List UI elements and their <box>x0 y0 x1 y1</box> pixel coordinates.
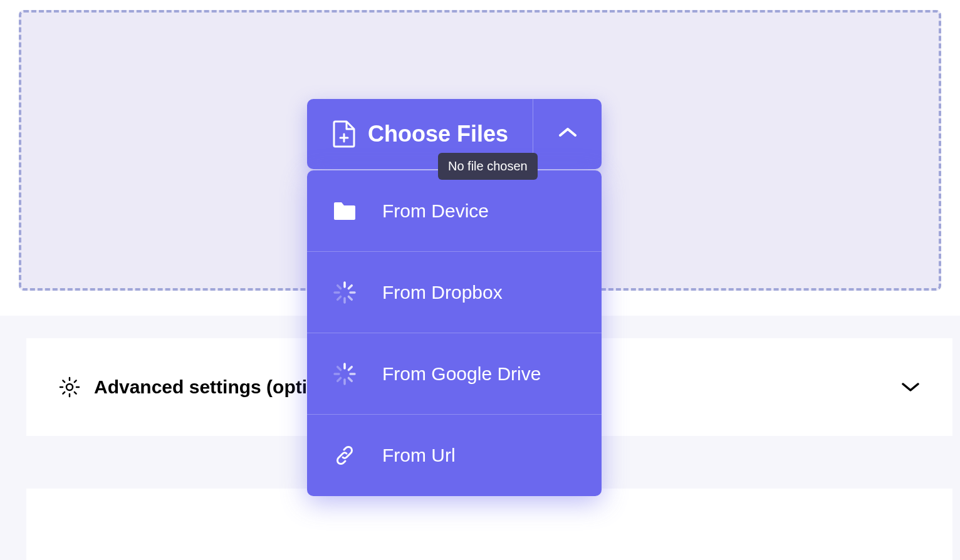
svg-point-16 <box>66 384 73 390</box>
svg-line-3 <box>348 296 352 299</box>
svg-line-7 <box>338 285 341 288</box>
svg-line-13 <box>338 378 341 381</box>
svg-line-11 <box>348 378 352 381</box>
svg-line-1 <box>348 285 352 288</box>
chevron-up-icon <box>559 128 577 140</box>
file-source-picker: Choose Files No file chosen From Device <box>307 99 602 496</box>
source-label: From Dropbox <box>382 282 503 303</box>
file-status-tooltip: No file chosen <box>438 153 538 180</box>
source-label: From Google Drive <box>382 363 541 385</box>
source-dropdown: From Device From Dropbox <box>307 170 602 496</box>
file-add-icon <box>331 119 357 149</box>
toggle-sources-button[interactable] <box>533 99 602 169</box>
svg-line-5 <box>338 296 341 299</box>
svg-line-9 <box>348 366 352 370</box>
source-label: From Device <box>382 200 489 222</box>
gear-icon <box>59 376 80 398</box>
link-icon <box>332 443 357 468</box>
spinner-icon <box>332 361 357 386</box>
bottom-panel <box>26 489 952 560</box>
folder-icon <box>332 199 357 224</box>
source-from-dropbox[interactable]: From Dropbox <box>307 252 602 333</box>
source-from-device[interactable]: From Device <box>307 170 602 252</box>
source-label: From Url <box>382 445 456 466</box>
chevron-down-icon <box>901 378 920 397</box>
source-from-url[interactable]: From Url <box>307 415 602 496</box>
spinner-icon <box>332 280 357 305</box>
source-from-google-drive[interactable]: From Google Drive <box>307 333 602 415</box>
svg-line-15 <box>338 366 341 370</box>
choose-files-label: Choose Files <box>368 121 508 147</box>
